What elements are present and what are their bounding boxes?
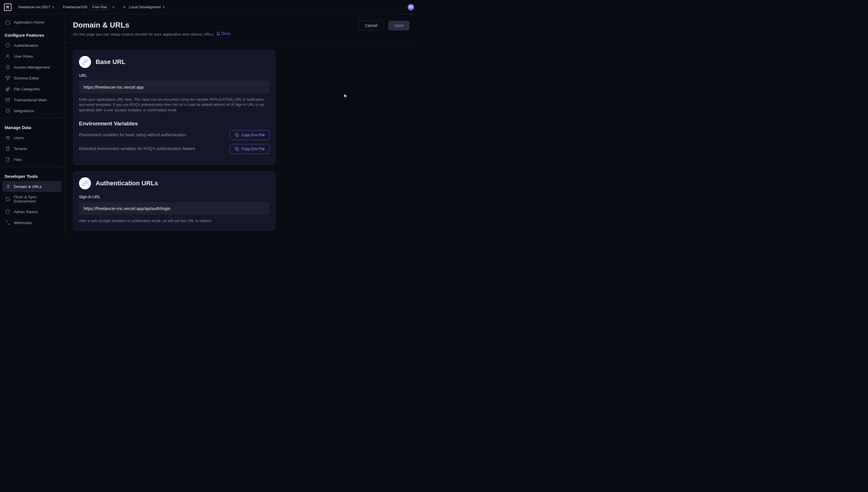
copy-env-basic-button[interactable]: Copy Env File	[230, 130, 269, 140]
list-icon	[5, 184, 10, 189]
sidebar-item-label: Admin Tokens	[14, 210, 38, 214]
topbar: R freelancer-inc-05c7 FreelancerV30 Free…	[0, 0, 418, 14]
environment-selector[interactable]: Local Development	[123, 5, 165, 9]
chevron-sort-icon	[52, 6, 55, 8]
sidebar-item-authentication[interactable]: Authentication	[0, 40, 64, 51]
users-icon	[5, 135, 10, 140]
signin-url-label: Sign-in URL	[79, 195, 269, 199]
sidebar-item-label: Webhooks	[14, 221, 32, 225]
cancel-button[interactable]: Cancel	[359, 21, 383, 30]
svg-point-0	[7, 54, 8, 56]
docs-link[interactable]: Docs	[216, 31, 231, 35]
sidebar-section-data: Manage Data	[0, 120, 64, 132]
copy-env-extended-button[interactable]: Copy Env File	[230, 144, 269, 154]
sidebar-item-label: Schema Editor	[14, 76, 39, 80]
card-title: Authentication URLs	[96, 179, 158, 187]
base-url-card: Base URL URL Enter your applications URL…	[73, 50, 276, 165]
svg-rect-4	[7, 79, 8, 80]
link-icon	[79, 177, 91, 189]
env-basic-desc: Environment variables for basic setup wi…	[79, 132, 225, 138]
sidebar-item-label: Access Management	[14, 65, 50, 69]
save-button[interactable]: Save	[388, 21, 409, 30]
sidebar-item-label: Authentication	[14, 43, 39, 48]
sidebar-item-label: Users	[14, 136, 24, 140]
puzzle-icon	[5, 108, 10, 113]
project-name: FreelancerV30	[63, 5, 87, 9]
refresh-icon	[5, 197, 10, 202]
sidebar-item-tenants[interactable]: Tenants	[0, 143, 64, 154]
sidebar-item-file-categories[interactable]: File Categories	[0, 83, 64, 94]
page-header: Domain & URLs On this page you can setup…	[64, 14, 418, 43]
sidebar-item-schema-editor[interactable]: Schema Editor	[0, 73, 64, 83]
env-status-dot	[123, 6, 125, 8]
sidebar-item-files[interactable]: Files	[0, 154, 64, 165]
signin-url-input[interactable]	[79, 202, 269, 215]
env-extended-row: Extended environment variables for ROQ's…	[79, 144, 269, 154]
sidebar-item-label: Files	[14, 157, 22, 162]
svg-point-7	[8, 137, 9, 138]
sidebar-item-home[interactable]: Application Home	[0, 17, 64, 28]
link-icon	[79, 56, 91, 68]
avatar[interactable]: EP	[408, 4, 414, 10]
signin-help-text: After a user accepts invitation or confi…	[79, 218, 269, 224]
card-title: Base URL	[96, 58, 125, 66]
clip-icon	[5, 87, 10, 92]
shield-icon	[5, 43, 10, 48]
svg-rect-9	[236, 134, 238, 137]
sidebar-section-features: Configure Features	[0, 28, 64, 40]
sidebar-item-label: Tenants	[14, 147, 27, 151]
page-title: Domain & URLs	[73, 21, 231, 29]
building-icon	[5, 146, 10, 151]
sidebar-item-label: File Categories	[14, 87, 40, 91]
url-label: URL	[79, 73, 269, 78]
svg-rect-8	[7, 147, 9, 151]
sidebar-item-webhooks[interactable]: Webhooks	[0, 217, 64, 228]
sidebar-item-users[interactable]: Users	[0, 132, 64, 143]
svg-rect-1	[6, 67, 9, 69]
home-icon	[5, 20, 10, 25]
sidebar-item-label: Integrations	[14, 109, 34, 113]
env-variables-heading: Environment Variables	[79, 121, 269, 127]
org-name: freelancer-inc-05c7	[18, 5, 50, 9]
sidebar-item-label: Application Home	[14, 20, 44, 24]
collapse-icon	[5, 220, 10, 225]
mail-icon	[5, 97, 10, 102]
svg-rect-3	[8, 76, 10, 78]
sidebar: Application Home Configure Features Auth…	[0, 14, 64, 237]
sidebar-item-flush-sync[interactable]: Flush & Sync Environment	[0, 192, 64, 206]
svg-point-6	[7, 136, 8, 138]
sidebar-item-label: Domain & URLs	[14, 184, 42, 189]
sidebar-item-label: Flush & Sync Environment	[14, 195, 59, 203]
shield-icon	[5, 209, 10, 214]
sidebar-item-label: User Roles	[14, 54, 33, 58]
user-icon	[5, 54, 10, 59]
chevron-sort-icon	[112, 6, 115, 8]
logo[interactable]: R	[4, 3, 11, 11]
page-subtitle: On this page you can setup custom domain…	[73, 31, 231, 36]
sidebar-item-user-roles[interactable]: User Roles	[0, 51, 64, 62]
svg-rect-2	[6, 76, 7, 78]
environment-name: Local Development	[129, 5, 161, 9]
file-icon	[5, 157, 10, 162]
sidebar-item-access-management[interactable]: Access Management	[0, 62, 64, 73]
svg-rect-5	[6, 98, 10, 102]
main-content: Domain & URLs On this page you can setup…	[64, 14, 418, 237]
sidebar-item-admin-tokens[interactable]: Admin Tokens	[0, 206, 64, 217]
sidebar-section-dev: Developer Tools	[0, 169, 64, 181]
sidebar-item-domain-urls[interactable]: Domain & URLs	[2, 181, 62, 192]
sidebar-item-integrations[interactable]: Integrations	[0, 105, 64, 116]
page-actions: Cancel Save	[359, 21, 409, 30]
svg-rect-10	[236, 148, 238, 150]
url-help-text: Enter your applications URL here. This v…	[79, 97, 269, 113]
env-basic-row: Environment variables for basic setup wi…	[79, 130, 269, 140]
chevron-sort-icon	[163, 6, 165, 8]
project-selector[interactable]: FreelancerV30 Free Plan	[63, 4, 115, 10]
sidebar-item-label: Transactional Mails	[14, 98, 47, 102]
auth-urls-card: Authentication URLs Sign-in URL After a …	[73, 171, 276, 231]
env-extended-desc: Extended environment variables for ROQ's…	[79, 146, 225, 152]
org-selector[interactable]: freelancer-inc-05c7	[18, 5, 55, 9]
base-url-input[interactable]	[79, 81, 269, 94]
sidebar-item-transactional-mails[interactable]: Transactional Mails	[0, 94, 64, 105]
plan-badge: Free Plan	[89, 4, 111, 10]
schema-icon	[5, 75, 10, 81]
